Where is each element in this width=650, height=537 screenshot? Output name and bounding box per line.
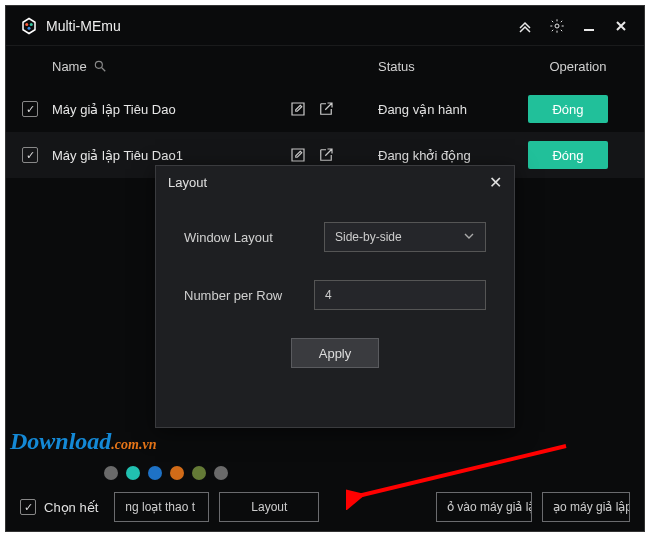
chevron-down-icon: [463, 230, 475, 245]
emulator-status: Đang khởi động: [378, 148, 528, 163]
close-emulator-button[interactable]: Đóng: [528, 95, 608, 123]
color-dot[interactable]: [214, 466, 228, 480]
table-row: Máy giả lập Tiêu Dao Đang vận hành Đóng: [6, 86, 644, 132]
close-emulator-button[interactable]: Đóng: [528, 141, 608, 169]
emulator-name: Máy giả lập Tiêu Dao: [52, 102, 288, 117]
close-icon[interactable]: [612, 17, 630, 35]
window-layout-label: Window Layout: [184, 230, 324, 245]
column-operation: Operation: [528, 59, 628, 74]
settings-icon[interactable]: [548, 17, 566, 35]
window-layout-select[interactable]: Side-by-side: [324, 222, 486, 252]
color-dot[interactable]: [104, 466, 118, 480]
bottom-toolbar: Chọn hết ng loạt thao t Layout ỏ vào máy…: [6, 483, 644, 531]
svg-point-2: [28, 26, 31, 29]
color-dots: [104, 466, 228, 480]
column-name: Name: [52, 59, 87, 74]
svg-line-6: [101, 68, 105, 72]
dialog-titlebar: Layout ✕: [156, 166, 514, 198]
svg-point-0: [25, 23, 28, 26]
open-external-icon[interactable]: [316, 99, 336, 119]
number-per-row-label: Number per Row: [184, 288, 314, 303]
edit-icon[interactable]: [288, 145, 308, 165]
row-checkbox[interactable]: [22, 147, 38, 163]
svg-point-1: [30, 23, 33, 26]
layout-button[interactable]: Layout: [219, 492, 319, 522]
batch-operations-button[interactable]: ng loạt thao t: [114, 492, 209, 522]
create-emulator-button[interactable]: ạo máy giả lập: [542, 492, 630, 522]
titlebar-buttons: [516, 17, 630, 35]
apply-button[interactable]: Apply: [291, 338, 379, 368]
dialog-title: Layout: [168, 175, 207, 190]
select-value: Side-by-side: [335, 230, 402, 244]
edit-icon[interactable]: [288, 99, 308, 119]
svg-point-3: [555, 24, 559, 28]
select-all-label: Chọn hết: [44, 500, 98, 515]
color-dot[interactable]: [170, 466, 184, 480]
column-status: Status: [378, 59, 528, 74]
number-per-row-input[interactable]: [314, 280, 486, 310]
svg-point-5: [95, 61, 102, 68]
app-logo-icon: [20, 17, 38, 35]
search-icon[interactable]: [93, 59, 107, 73]
titlebar: Multi-MEmu: [6, 6, 644, 46]
minimize-icon[interactable]: [580, 17, 598, 35]
import-emulator-button[interactable]: ỏ vào máy giả lậ: [436, 492, 532, 522]
checkbox-icon: [20, 499, 36, 515]
select-all-checkbox[interactable]: Chọn hết: [20, 499, 98, 515]
table-header: Name Status Operation: [6, 46, 644, 86]
collapse-icon[interactable]: [516, 17, 534, 35]
color-dot[interactable]: [192, 466, 206, 480]
layout-dialog: Layout ✕ Window Layout Side-by-side Numb…: [155, 165, 515, 428]
app-title: Multi-MEmu: [46, 18, 516, 34]
emulator-status: Đang vận hành: [378, 102, 528, 117]
dialog-close-icon[interactable]: ✕: [489, 173, 502, 192]
color-dot[interactable]: [126, 466, 140, 480]
emulator-name: Máy giả lập Tiêu Dao1: [52, 148, 288, 163]
open-external-icon[interactable]: [316, 145, 336, 165]
color-dot[interactable]: [148, 466, 162, 480]
row-checkbox[interactable]: [22, 101, 38, 117]
